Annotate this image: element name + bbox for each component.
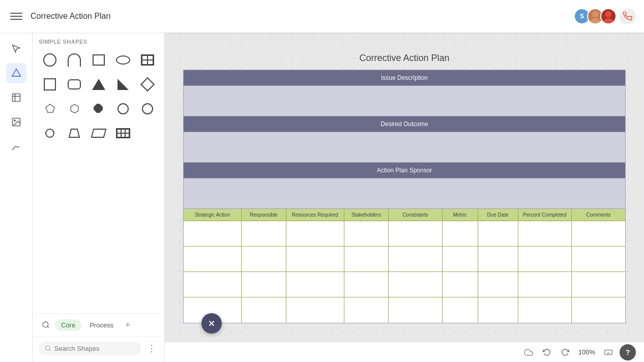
- cell-1-9[interactable]: [572, 221, 625, 246]
- cell-3-6[interactable]: [443, 272, 478, 297]
- cell-2-9[interactable]: [572, 247, 625, 272]
- cell-2-8[interactable]: [518, 247, 572, 272]
- cell-1-8[interactable]: [518, 221, 572, 246]
- svg-line-12: [47, 326, 49, 328]
- shape-rect[interactable]: [87, 49, 110, 71]
- cell-1-6[interactable]: [443, 221, 478, 246]
- shape-square[interactable]: [39, 73, 61, 96]
- cell-4-4[interactable]: [344, 297, 389, 323]
- crop-icon[interactable]: [6, 87, 26, 108]
- cell-3-5[interactable]: [389, 272, 442, 297]
- undo-button[interactable]: [540, 345, 554, 359]
- help-button[interactable]: ?: [620, 344, 636, 360]
- cloud-icon[interactable]: [521, 345, 536, 359]
- cell-4-3[interactable]: [286, 297, 344, 323]
- cell-4-9[interactable]: [572, 297, 625, 323]
- col-constraints: Constraints: [389, 209, 442, 221]
- bottom-bar: 100% ?: [165, 342, 644, 362]
- shape-right-triangle[interactable]: [112, 73, 134, 96]
- desired-outcome-header: Desired Outcome: [184, 116, 625, 132]
- cell-1-2[interactable]: [242, 221, 286, 246]
- col-metric: Metric: [443, 209, 478, 221]
- cell-2-2[interactable]: [242, 247, 286, 272]
- cell-2-6[interactable]: [443, 247, 478, 272]
- draw-icon[interactable]: [6, 136, 26, 157]
- shape-triangle[interactable]: [87, 73, 110, 96]
- shapes-icon[interactable]: [6, 63, 26, 83]
- cell-1-5[interactable]: [389, 221, 442, 246]
- cell-1-3[interactable]: [286, 221, 344, 246]
- cell-3-9[interactable]: [572, 272, 625, 297]
- cell-1-1[interactable]: [184, 221, 242, 246]
- svg-marker-10: [69, 129, 79, 137]
- shape-trapezoid[interactable]: [63, 122, 85, 144]
- redo-button[interactable]: [558, 345, 572, 359]
- cell-1-7[interactable]: [478, 221, 518, 246]
- search-more-icon[interactable]: ⋮: [145, 341, 158, 356]
- svg-point-0: [592, 11, 598, 17]
- cell-2-4[interactable]: [344, 247, 389, 272]
- shape-circle-outline[interactable]: [136, 98, 159, 120]
- cell-4-2[interactable]: [242, 297, 286, 323]
- col-strategic-action: Strategic Action: [184, 209, 242, 221]
- shape-big-table[interactable]: [112, 122, 134, 144]
- shape-table-sm[interactable]: [136, 49, 159, 71]
- shape-arc[interactable]: [63, 49, 85, 71]
- pointer-icon[interactable]: [6, 39, 26, 59]
- cell-4-8[interactable]: [518, 297, 572, 323]
- cell-3-8[interactable]: [518, 272, 572, 297]
- diagram-title: Corrective Action Plan: [183, 53, 626, 64]
- cell-4-5[interactable]: [389, 297, 442, 323]
- cell-2-5[interactable]: [389, 247, 442, 272]
- shape-circle[interactable]: [39, 49, 61, 71]
- shape-parallelogram[interactable]: [87, 122, 110, 144]
- shape-octagon[interactable]: ⯃: [87, 98, 110, 120]
- keyboard-icon[interactable]: [601, 345, 616, 359]
- icon-sidebar: [0, 33, 33, 362]
- cell-4-6[interactable]: [443, 297, 478, 323]
- diagram-body: Issue Description Desired Outcome Action…: [183, 70, 626, 323]
- shape-ellipse[interactable]: [112, 49, 134, 71]
- shapes-tab-icon[interactable]: [39, 318, 53, 332]
- table-row: [184, 297, 625, 323]
- search-input[interactable]: [54, 345, 135, 352]
- shape-pentagon[interactable]: ⬠: [39, 98, 61, 120]
- shape-small-circle[interactable]: [39, 122, 61, 144]
- col-percent-completed: Percent Completed: [518, 209, 572, 221]
- cell-2-3[interactable]: [286, 247, 344, 272]
- col-due-date: Due Date: [478, 209, 518, 221]
- fab-close-button[interactable]: [201, 313, 222, 334]
- cell-4-7[interactable]: [478, 297, 518, 323]
- col-comments: Comments: [572, 209, 625, 221]
- canvas-area[interactable]: Corrective Action Plan Issue Description…: [165, 33, 644, 362]
- shape-roundrect[interactable]: [63, 73, 85, 96]
- menu-button[interactable]: [8, 8, 24, 24]
- shape-diamond[interactable]: [136, 73, 159, 96]
- table-row: [184, 272, 625, 297]
- cell-3-7[interactable]: [478, 272, 518, 297]
- image-icon[interactable]: [6, 112, 26, 132]
- shapes-grid: ⬠ ⬡ ⯃: [39, 49, 158, 144]
- shape-circle-sm[interactable]: [112, 98, 134, 120]
- table-row: [184, 247, 625, 272]
- tab-process[interactable]: Process: [83, 319, 120, 331]
- shape-hexagon[interactable]: ⬡: [63, 98, 85, 120]
- col-responsible: Responsible: [242, 209, 286, 221]
- col-resources: Resources Required: [286, 209, 344, 221]
- tab-core[interactable]: Core: [55, 319, 81, 331]
- cell-2-1[interactable]: [184, 247, 242, 272]
- svg-point-9: [14, 120, 15, 122]
- svg-point-11: [43, 322, 48, 327]
- document-title: Corrective Action Plan: [31, 12, 110, 21]
- cell-3-3[interactable]: [286, 272, 344, 297]
- cell-3-1[interactable]: [184, 272, 242, 297]
- cell-3-4[interactable]: [344, 272, 389, 297]
- cell-2-7[interactable]: [478, 247, 518, 272]
- svg-rect-5: [12, 94, 20, 102]
- call-icon[interactable]: [620, 8, 636, 24]
- cell-1-4[interactable]: [344, 221, 389, 246]
- cell-3-2[interactable]: [242, 272, 286, 297]
- simple-shapes-label: SIMPLE SHAPES: [39, 39, 158, 45]
- svg-point-2: [605, 11, 611, 17]
- add-tab-button[interactable]: +: [122, 319, 134, 331]
